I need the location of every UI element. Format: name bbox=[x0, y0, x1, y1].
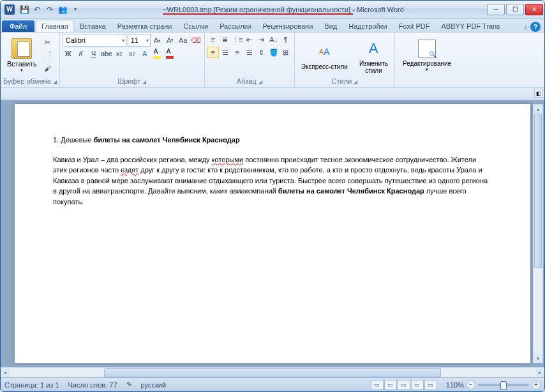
zoom-level[interactable]: 110% bbox=[446, 381, 464, 389]
annotation-underline bbox=[163, 13, 353, 15]
paste-label: Вставить bbox=[7, 60, 37, 68]
shading-icon[interactable]: 🪣 bbox=[268, 47, 280, 58]
underline-button[interactable]: Ч bbox=[88, 48, 100, 59]
tab-references[interactable]: Ссылки bbox=[177, 20, 214, 32]
qat-icon[interactable]: 👥 bbox=[57, 4, 68, 15]
close-button[interactable]: ✕ bbox=[525, 4, 543, 15]
italic-button[interactable]: К bbox=[75, 48, 87, 59]
vertical-scrollbar[interactable]: ▴ ▾ bbox=[533, 104, 543, 363]
status-page[interactable]: Страница: 1 из 1 bbox=[4, 381, 59, 389]
tab-abbyy[interactable]: ABBYY PDF Trans bbox=[436, 20, 506, 32]
highlight-button[interactable] bbox=[152, 48, 163, 59]
minimize-ribbon-icon[interactable]: ▵ bbox=[524, 23, 528, 31]
align-left-icon[interactable]: ≡ bbox=[207, 47, 219, 58]
undo-icon[interactable]: ↶ bbox=[31, 4, 43, 15]
borders-icon[interactable]: ⊞ bbox=[280, 47, 292, 58]
copy-icon[interactable]: 📄 bbox=[42, 50, 54, 61]
text-effects-icon[interactable]: A bbox=[139, 48, 151, 59]
help-icon[interactable]: ? bbox=[530, 22, 541, 32]
quick-access-toolbar: 💾 ↶ ↷ 👥 ▾ bbox=[19, 4, 81, 15]
change-styles-button[interactable]: A Изменить стили bbox=[355, 36, 392, 75]
zoom-in-icon[interactable]: + bbox=[532, 381, 541, 389]
para-text: Кавказ и Урал – два российских региона, … bbox=[53, 156, 212, 163]
tab-view[interactable]: Вид bbox=[318, 20, 343, 32]
save-icon[interactable]: 💾 bbox=[19, 4, 30, 15]
align-center-icon[interactable]: ☰ bbox=[220, 47, 231, 58]
font-color-button[interactable] bbox=[165, 48, 176, 59]
tab-home[interactable]: Главная bbox=[36, 20, 74, 32]
window-controls: ─ ☐ ✕ bbox=[486, 4, 543, 15]
superscript-button[interactable]: x2 bbox=[126, 48, 138, 59]
tab-addins[interactable]: Надстройки bbox=[343, 20, 392, 32]
align-right-icon[interactable]: ≡ bbox=[232, 47, 243, 58]
shrink-font-icon[interactable]: A▾ bbox=[165, 34, 176, 46]
indent-inc-icon[interactable]: ⇥ bbox=[256, 34, 267, 45]
numbering-icon[interactable]: ≣ bbox=[220, 34, 231, 45]
scroll-right-icon[interactable]: ▸ bbox=[535, 368, 544, 377]
font-name-combo[interactable]: Calibri bbox=[63, 34, 126, 47]
page[interactable]: 1. Дешевые билеты на самолет Челябинск К… bbox=[15, 104, 530, 363]
ruler-toggle-icon[interactable]: ◧ bbox=[534, 89, 543, 98]
strike-button[interactable]: abc bbox=[101, 48, 112, 59]
change-case-icon[interactable]: Aa bbox=[177, 34, 189, 46]
view-draft-icon[interactable]: ▭ bbox=[424, 380, 437, 390]
bullets-icon[interactable]: ≡ bbox=[207, 34, 219, 45]
file-tab[interactable]: Файл bbox=[2, 20, 34, 32]
minimize-button[interactable]: ─ bbox=[487, 4, 505, 15]
line-spacing-icon[interactable]: ⇕ bbox=[256, 47, 267, 58]
maximize-button[interactable]: ☐ bbox=[506, 4, 524, 15]
hscroll-thumb[interactable] bbox=[104, 368, 440, 377]
tab-layout[interactable]: Разметка страни bbox=[112, 20, 178, 32]
editing-button[interactable]: Редактирование ▾ bbox=[398, 37, 456, 75]
statusbar: Страница: 1 из 1 Число слов: 77 ✎ русски… bbox=[1, 377, 544, 391]
view-outline-icon[interactable]: ▭ bbox=[411, 380, 424, 390]
sort-icon[interactable]: A↓ bbox=[268, 34, 280, 45]
align-justify-icon[interactable]: ☰ bbox=[244, 47, 255, 58]
title-app: Microsoft Word bbox=[357, 6, 404, 13]
word-app-icon: W bbox=[4, 4, 15, 15]
grow-font-icon[interactable]: A▴ bbox=[152, 34, 163, 46]
group-editing: Редактирование ▾ bbox=[395, 33, 459, 87]
view-buttons: ▭ ▭ ▭ ▭ ▭ bbox=[371, 380, 437, 390]
scroll-down-icon[interactable]: ▾ bbox=[534, 354, 542, 363]
paste-button[interactable]: Вставить ▾ bbox=[3, 35, 41, 76]
bold-button[interactable]: Ж bbox=[63, 48, 74, 59]
tab-foxit[interactable]: Foxit PDF bbox=[393, 20, 436, 32]
redo-icon[interactable]: ↷ bbox=[44, 4, 56, 15]
horizontal-scrollbar[interactable]: ◂ ▸ bbox=[1, 367, 544, 377]
scroll-left-icon[interactable]: ◂ bbox=[1, 368, 10, 377]
change-styles-icon: A bbox=[362, 37, 385, 60]
tab-mailings[interactable]: Рассылки bbox=[214, 20, 257, 32]
status-lang[interactable]: русский bbox=[141, 381, 166, 389]
group-label-paragraph: Абзац◢ bbox=[207, 77, 292, 86]
scroll-up-icon[interactable]: ▴ bbox=[534, 105, 542, 114]
title-mode: [Режим ограниченной функциональности] bbox=[214, 6, 350, 13]
proofing-icon[interactable]: ✎ bbox=[126, 381, 132, 389]
format-painter-icon[interactable]: 🖌 bbox=[42, 63, 54, 74]
editing-label: Редактирование bbox=[403, 60, 451, 67]
para-bold: билеты на самолет Челябинск Краснодар bbox=[278, 187, 424, 195]
zoom-out-icon[interactable]: − bbox=[467, 381, 475, 389]
document-body[interactable]: 1. Дешевые билеты на самолет Челябинск К… bbox=[53, 135, 492, 207]
view-web-icon[interactable]: ▭ bbox=[398, 380, 410, 390]
tab-insert[interactable]: Вставка bbox=[74, 20, 112, 32]
zoom-slider[interactable] bbox=[478, 384, 529, 386]
hscroll-track[interactable] bbox=[10, 368, 535, 377]
clear-format-icon[interactable]: ⌫ bbox=[190, 34, 202, 46]
vscroll-thumb[interactable] bbox=[534, 114, 542, 268]
tab-review[interactable]: Рецензировани bbox=[257, 20, 319, 32]
view-reading-icon[interactable]: ▭ bbox=[384, 380, 397, 390]
group-label-styles: Стили◢ bbox=[297, 77, 392, 86]
qat-dropdown-icon[interactable]: ▾ bbox=[70, 4, 81, 15]
change-styles-label: Изменить стили bbox=[359, 60, 388, 74]
view-print-icon[interactable]: ▭ bbox=[371, 380, 384, 390]
cut-icon[interactable]: ✂ bbox=[42, 37, 54, 49]
group-label-font: Шрифт◢ bbox=[63, 77, 202, 86]
status-words[interactable]: Число слов: 77 bbox=[68, 381, 117, 389]
subscript-button[interactable]: x2 bbox=[114, 48, 125, 59]
multilevel-icon[interactable]: ⋮≡ bbox=[232, 34, 243, 45]
font-size-combo[interactable]: 11 bbox=[128, 34, 151, 47]
indent-dec-icon[interactable]: ⇤ bbox=[244, 34, 255, 45]
quick-styles-button[interactable]: AA Экспресс-стили bbox=[297, 39, 352, 72]
show-marks-icon[interactable]: ¶ bbox=[280, 34, 292, 45]
